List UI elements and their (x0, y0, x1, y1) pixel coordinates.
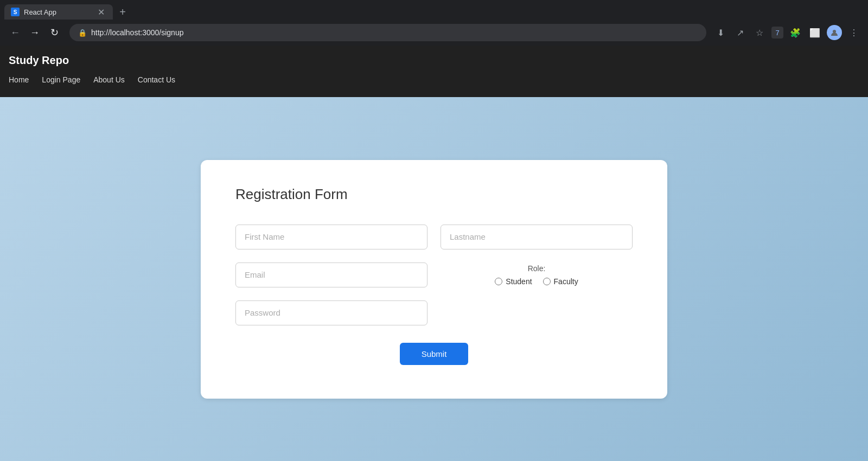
email-role-row: Role: Student Faculty (235, 262, 633, 287)
first-name-input[interactable] (235, 225, 427, 249)
faculty-label: Faculty (554, 277, 578, 286)
nav-home[interactable]: Home (9, 75, 29, 84)
toolbar-right: ⬇ ↗ ☆ 7 🧩 ⬜ ⋮ (713, 25, 861, 40)
role-label: Role: (528, 264, 546, 273)
student-radio[interactable] (495, 278, 502, 285)
registration-form-card: Registration Form Role: Student (201, 160, 667, 399)
password-field (235, 300, 427, 325)
tab-title: React App (24, 8, 91, 16)
email-field (235, 262, 427, 287)
lock-icon: 🔒 (78, 29, 87, 37)
split-view-icon[interactable]: ⬜ (807, 25, 822, 40)
nav-about[interactable]: About Us (93, 75, 125, 84)
download-icon[interactable]: ⬇ (713, 25, 728, 40)
bookmark-icon[interactable]: ☆ (752, 25, 767, 40)
first-name-field (235, 225, 427, 249)
refresh-button[interactable]: ↻ (46, 24, 63, 41)
email-input[interactable] (235, 262, 427, 287)
app-nav: Home Login Page About Us Contact Us (9, 71, 859, 88)
faculty-radio[interactable] (543, 278, 551, 285)
tab-favicon: S (11, 8, 20, 16)
form-title: Registration Form (235, 186, 633, 203)
name-row (235, 225, 633, 249)
extensions-icon[interactable]: 🧩 (788, 25, 803, 40)
nav-buttons: ← → ↻ (7, 24, 63, 41)
browser-chrome: S React App ✕ + ← → ↻ 🔒 http://localhost… (0, 0, 868, 46)
extension-icon[interactable]: 7 (771, 27, 783, 39)
nav-contact[interactable]: Contact Us (138, 75, 175, 84)
password-spacer (441, 300, 633, 325)
nav-login[interactable]: Login Page (42, 75, 80, 84)
role-section: Role: Student Faculty (441, 262, 633, 287)
back-button[interactable]: ← (7, 24, 24, 41)
password-input[interactable] (235, 300, 427, 325)
menu-icon[interactable]: ⋮ (846, 25, 861, 40)
app-brand: Study Repo (9, 46, 859, 71)
profile-avatar[interactable] (827, 25, 842, 40)
tab-bar: S React App ✕ + (0, 0, 868, 20)
submit-button[interactable]: Submit (400, 343, 469, 365)
new-tab-button[interactable]: + (115, 4, 130, 20)
share-icon[interactable]: ↗ (732, 25, 748, 40)
address-bar: ← → ↻ 🔒 http://localhost:3000/signup ⬇ ↗… (0, 20, 868, 46)
forward-button[interactable]: → (26, 24, 43, 41)
role-options: Student Faculty (495, 277, 578, 286)
student-label: Student (506, 277, 532, 286)
password-row (235, 300, 633, 325)
app-body: Registration Form Role: Student (0, 97, 868, 461)
app-header: Study Repo Home Login Page About Us Cont… (0, 46, 868, 97)
submit-row: Submit (235, 343, 633, 365)
last-name-field (441, 225, 633, 249)
faculty-radio-option[interactable]: Faculty (543, 277, 578, 286)
last-name-input[interactable] (441, 225, 633, 249)
tab-close-button[interactable]: ✕ (95, 7, 106, 17)
student-radio-option[interactable]: Student (495, 277, 532, 286)
active-tab[interactable]: S React App ✕ (4, 4, 113, 20)
address-field[interactable]: 🔒 http://localhost:3000/signup (69, 24, 706, 41)
url-text: http://localhost:3000/signup (91, 28, 183, 37)
